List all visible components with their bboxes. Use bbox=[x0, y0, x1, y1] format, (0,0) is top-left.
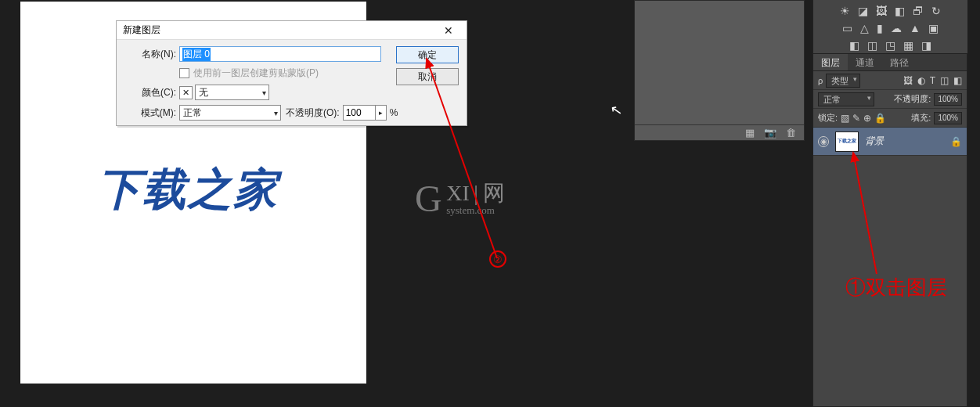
opacity-label: 不透明度(O): bbox=[286, 106, 340, 120]
fill-label: 填充: bbox=[911, 112, 931, 124]
opacity-unit: % bbox=[390, 107, 398, 118]
layers-panel: 图层 通道 路径 ρ 类型 🖼 ◐ T ◫ ◧ 正常 不透明度: 100% 锁定… bbox=[812, 53, 967, 407]
adj-icon[interactable]: ☀ bbox=[840, 5, 850, 17]
adjustments-panel: ☀ ◪ 🖼 ◧ 🗗 ↻ ▭ △ ▮ ☁ ▲ ▣ ◧ ◫ ◳ ▦ ◨ bbox=[812, 0, 967, 53]
adj-icon[interactable]: ▦ bbox=[903, 39, 913, 52]
tab-layers[interactable]: 图层 bbox=[813, 54, 848, 70]
clip-mask-label: 使用前一图层创建剪贴蒙版(P) bbox=[193, 67, 319, 80]
canvas-brand-text: 下载之家 bbox=[97, 160, 279, 220]
cancel-button[interactable]: 取消 bbox=[396, 68, 459, 85]
lock-all-icon[interactable]: 🔒 bbox=[874, 113, 886, 124]
fill-value[interactable]: 100% bbox=[934, 112, 962, 124]
dialog-title: 新建图层 bbox=[123, 23, 160, 37]
clip-mask-checkbox[interactable] bbox=[179, 68, 189, 78]
adj-icon[interactable]: ◳ bbox=[885, 39, 895, 52]
adj-icon[interactable]: ◧ bbox=[895, 5, 905, 17]
name-label: 名称(N): bbox=[123, 48, 176, 61]
annotation-badge-2: ② bbox=[489, 250, 506, 268]
adj-icon[interactable]: ▮ bbox=[877, 22, 883, 34]
lock-position-icon[interactable]: ⊕ bbox=[863, 113, 871, 124]
adj-icon[interactable]: ▣ bbox=[928, 22, 939, 34]
filter-icon[interactable]: ◧ bbox=[953, 75, 962, 86]
layer-name-label: 背景 bbox=[865, 135, 884, 148]
nav-trash-icon[interactable]: 🗑 bbox=[786, 127, 796, 139]
annotation-text-1: ①双击图层 bbox=[845, 274, 947, 301]
new-layer-dialog: 新建图层 ✕ 确定 取消 名称(N): 图层 0 使用前一图层创建剪贴蒙版(P)… bbox=[116, 20, 467, 126]
adj-icon[interactable]: ▭ bbox=[842, 22, 852, 34]
mode-select[interactable]: 正常 bbox=[179, 105, 281, 121]
watermark-g: G bbox=[415, 180, 442, 218]
lock-pixels-icon[interactable]: ▧ bbox=[841, 113, 849, 124]
nav-footer-icon[interactable]: ▦ bbox=[745, 127, 755, 139]
lock-paint-icon[interactable]: ✎ bbox=[852, 113, 860, 124]
filter-icon[interactable]: T bbox=[930, 75, 935, 86]
color-label: 颜色(C): bbox=[123, 86, 176, 99]
adj-icon[interactable]: 🖼 bbox=[876, 5, 887, 17]
visibility-toggle-icon[interactable]: ◉ bbox=[818, 136, 829, 147]
nav-camera-icon[interactable]: 📷 bbox=[764, 127, 776, 139]
adj-icon[interactable]: ☁ bbox=[891, 22, 902, 34]
color-select[interactable]: 无 bbox=[195, 85, 269, 100]
adj-icon[interactable]: ▲ bbox=[910, 22, 921, 34]
layer-lock-icon: 🔒 bbox=[950, 136, 962, 147]
filter-icon[interactable]: ◐ bbox=[917, 75, 925, 86]
adj-icon[interactable]: ◪ bbox=[858, 5, 868, 17]
mode-label: 模式(M): bbox=[123, 106, 176, 120]
layer-thumbnail[interactable]: 下载之家 bbox=[835, 131, 859, 152]
navigator-panel: ▦ 📷 🗑 bbox=[634, 0, 805, 141]
adj-icon[interactable]: ◧ bbox=[849, 39, 859, 52]
lock-label: 锁定: bbox=[818, 112, 838, 124]
opacity-flyout[interactable]: ▸ bbox=[376, 105, 387, 121]
adj-icon[interactable]: △ bbox=[860, 22, 869, 34]
adj-icon[interactable]: ◨ bbox=[921, 39, 931, 52]
tab-channels[interactable]: 通道 bbox=[848, 54, 882, 70]
filter-icon[interactable]: ◫ bbox=[940, 75, 949, 86]
adj-icon[interactable]: ◫ bbox=[867, 39, 877, 52]
site-watermark: G XI | 网 system.com bbox=[415, 180, 505, 219]
tab-paths[interactable]: 路径 bbox=[882, 54, 917, 70]
opacity-input[interactable] bbox=[343, 105, 376, 121]
adj-icon[interactable]: 🗗 bbox=[913, 5, 924, 17]
dialog-close-button[interactable]: ✕ bbox=[437, 23, 460, 38]
blend-mode-select[interactable]: 正常 bbox=[818, 92, 874, 106]
filter-type-select[interactable]: 类型 bbox=[826, 74, 860, 88]
mouse-cursor-icon: ↖ bbox=[609, 101, 624, 120]
opacity-label: 不透明度: bbox=[894, 93, 931, 105]
filter-icon[interactable]: 🖼 bbox=[903, 75, 913, 86]
layer-opacity-value[interactable]: 100% bbox=[934, 93, 962, 106]
adj-icon[interactable]: ↻ bbox=[931, 5, 941, 17]
ok-button[interactable]: 确定 bbox=[396, 46, 459, 63]
layer-row[interactable]: ◉ 下载之家 背景 🔒 bbox=[813, 128, 967, 156]
no-color-icon: ✕ bbox=[179, 86, 193, 99]
